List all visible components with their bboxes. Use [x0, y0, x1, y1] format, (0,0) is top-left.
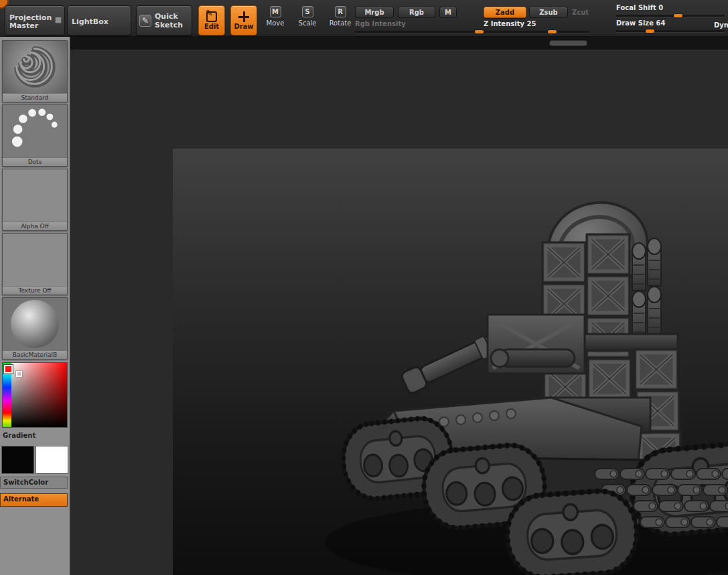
focal-shift-text: Focal Shift	[616, 4, 656, 11]
zadd-button[interactable]: Zadd	[484, 7, 526, 18]
rgb-intensity-handle[interactable]	[475, 30, 484, 33]
focal-shift-value: 0	[658, 4, 663, 11]
alpha-thumbnail	[3, 169, 67, 222]
corner-fold-icon	[55, 17, 62, 23]
draw-size-text: Draw Size	[616, 19, 654, 27]
edit-label: Edit	[204, 23, 219, 30]
draw-size-handle[interactable]	[646, 29, 654, 33]
top-shelf: Projection Master LightBox ✎ Quick Sketc…	[0, 0, 728, 37]
rgb-intensity-slider[interactable]: Rgb Intensity	[355, 20, 482, 33]
tank-model	[173, 149, 728, 575]
stroke-selector[interactable]: Dots	[2, 104, 68, 167]
draw-size-label: Draw Size 64	[616, 19, 725, 27]
scale-label: Scale	[299, 19, 317, 27]
dynamic-label: Dyna	[714, 21, 728, 29]
scale-button[interactable]: S Scale	[295, 6, 320, 35]
z-intensity-track	[484, 31, 589, 33]
focal-shift-handle[interactable]	[674, 14, 682, 17]
brush-selector[interactable]: Standard	[2, 40, 68, 102]
rgb-button[interactable]: Rgb	[398, 7, 435, 18]
stroke-label: Dots	[3, 157, 67, 166]
rotate-icon: R	[335, 6, 346, 17]
brush-label: Standard	[3, 93, 67, 102]
canvas-hscrollbar[interactable]	[549, 40, 587, 46]
alpha-label: Alpha Off	[3, 222, 67, 230]
focal-shift-slider[interactable]: Focal Shift 0	[616, 4, 725, 17]
focal-shift-label: Focal Shift 0	[616, 4, 725, 11]
front-track	[505, 489, 640, 575]
material-sphere	[11, 300, 59, 348]
quick-sketch-label: Quick Sketch	[155, 12, 189, 29]
edit-pencil-icon	[206, 11, 217, 22]
canvas-scroll-strip	[70, 37, 728, 50]
draw-button[interactable]: Draw	[230, 5, 257, 35]
z-intensity-handle[interactable]	[548, 30, 557, 33]
switch-color-button[interactable]: SwitchColor	[0, 477, 68, 489]
draw-size-track	[616, 30, 725, 32]
zcut-label: Zcut	[572, 9, 589, 16]
alpha-selector[interactable]: Alpha Off	[2, 169, 68, 231]
workspace-background	[70, 50, 728, 575]
draw-size-value: 64	[656, 19, 665, 27]
texture-label: Texture Off	[3, 286, 67, 295]
quick-sketch-button[interactable]: ✎ Quick Sketch	[136, 5, 192, 35]
z-intensity-text: Z Intensity	[484, 20, 524, 27]
main-color-swatch[interactable]	[1, 446, 34, 474]
lightbox-button[interactable]: LightBox	[67, 5, 131, 35]
z-intensity-slider[interactable]: Z Intensity 25	[484, 20, 589, 33]
focal-shift-track	[616, 15, 725, 17]
stroke-thumbnail	[3, 105, 67, 157]
zsub-button[interactable]: Zsub	[529, 7, 568, 18]
lightbox-label: LightBox	[68, 15, 131, 26]
sculpt-canvas[interactable]	[173, 149, 728, 575]
z-intensity-value: 25	[526, 20, 536, 27]
move-label: Move	[267, 19, 285, 27]
draw-size-slider[interactable]: Draw Size 64	[616, 19, 725, 32]
rgb-intensity-label: Rgb Intensity	[355, 20, 482, 27]
scale-icon: S	[302, 6, 313, 17]
pencil-icon: ✎	[139, 15, 151, 27]
move-icon: M	[270, 6, 281, 17]
z-intensity-label: Z Intensity 25	[484, 20, 589, 27]
current-color-swatch	[4, 365, 13, 374]
brush-thumbnail	[3, 41, 67, 93]
material-thumbnail	[3, 298, 67, 350]
material-label: BasicMaterialB	[3, 350, 67, 359]
rotate-button[interactable]: R Rotate	[326, 6, 354, 35]
draw-label: Draw	[234, 23, 253, 30]
material-selector[interactable]: BasicMaterialB	[2, 297, 68, 359]
texture-selector[interactable]: Texture Off	[2, 233, 68, 295]
color-cursor	[16, 371, 22, 377]
move-button[interactable]: M Move	[263, 6, 288, 35]
rotate-label: Rotate	[330, 19, 352, 27]
edit-button[interactable]: Edit	[198, 5, 225, 35]
color-picker[interactable]	[2, 362, 68, 428]
crosshair-icon	[238, 11, 249, 22]
mrgb-button[interactable]: Mrgb	[355, 7, 394, 18]
projection-master-button[interactable]: Projection Master	[5, 5, 65, 35]
left-tray: Standard Dots Alpha Off Texture Off Basi…	[0, 37, 70, 575]
alternate-button[interactable]: Alternate	[0, 493, 68, 507]
m-button[interactable]: M	[439, 7, 457, 18]
saturation-value-square[interactable]	[11, 363, 67, 427]
gradient-label: Gradient	[3, 432, 35, 439]
texture-thumbnail	[3, 234, 67, 286]
secondary-color-swatch[interactable]	[35, 446, 68, 474]
rgb-intensity-track	[355, 31, 482, 33]
